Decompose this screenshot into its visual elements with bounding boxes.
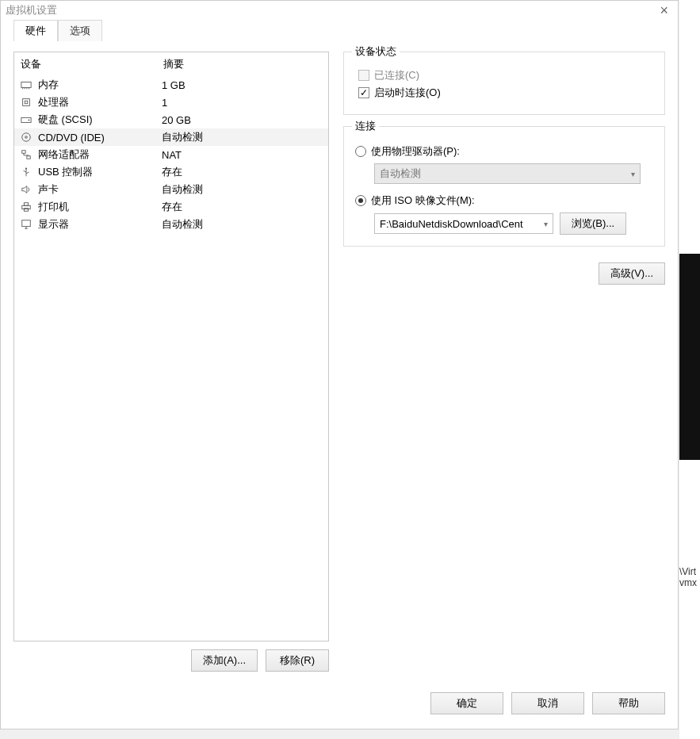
window-title: 虚拟机设置 <box>6 3 57 17</box>
sound-icon <box>19 183 33 196</box>
tabs: 硬件 选项 <box>1 20 678 42</box>
checkbox-connected <box>358 70 369 81</box>
hw-row-disk[interactable]: 硬盘 (SCSI) 20 GB <box>14 111 328 128</box>
background-dark <box>679 254 700 460</box>
background-window: \Virt vmx <box>679 0 700 739</box>
svg-point-9 <box>22 133 31 142</box>
hw-name: 硬盘 (SCSI) <box>38 113 162 127</box>
list-header: 设备 摘要 <box>14 52 328 76</box>
hw-row-network[interactable]: 网络适配器 NAT <box>14 146 328 163</box>
cancel-button[interactable]: 取消 <box>511 692 584 714</box>
radio-physical[interactable] <box>355 146 366 157</box>
hw-summary: NAT <box>162 149 323 161</box>
background-text: \Virt vmx <box>679 566 697 588</box>
left-wrap: 设备 摘要 内存 1 GB 处理器 1 硬盘 <box>13 52 329 684</box>
hw-name: 处理器 <box>38 95 162 109</box>
svg-rect-15 <box>24 203 28 206</box>
hw-row-printer[interactable]: 打印机 存在 <box>14 198 328 216</box>
hw-row-display[interactable]: 显示器 自动检测 <box>14 216 328 233</box>
physical-drive-value: 自动检测 <box>380 167 421 181</box>
right-panel: 设备状态 已连接(C) 启动时连接(O) 连接 使用物理驱动器(P): <box>343 52 665 684</box>
hw-name: 显示器 <box>38 217 162 232</box>
network-icon <box>19 148 33 161</box>
hw-name: 声卡 <box>38 182 162 197</box>
chk-startup-row[interactable]: 启动时连接(O) <box>358 86 653 100</box>
chk-connected-row: 已连接(C) <box>358 68 653 82</box>
ok-button[interactable]: 确定 <box>430 692 503 714</box>
hw-row-memory[interactable]: 内存 1 GB <box>14 76 328 94</box>
svg-rect-17 <box>22 220 31 227</box>
group-connect-title: 连接 <box>352 119 379 133</box>
iso-path-dropdown[interactable]: F:\BaiduNetdiskDownload\Cent ▾ <box>374 213 553 234</box>
svg-rect-5 <box>23 99 30 106</box>
svg-rect-0 <box>21 82 31 88</box>
svg-rect-12 <box>27 156 30 159</box>
vm-settings-dialog: 虚拟机设置 × 硬件 选项 设备 摘要 内存 1 GB <box>0 0 679 729</box>
hw-summary: 存在 <box>162 200 323 214</box>
titlebar: 虚拟机设置 × <box>1 1 678 20</box>
close-icon[interactable]: × <box>655 3 673 17</box>
chevron-down-icon: ▾ <box>631 170 635 178</box>
hw-name: 网络适配器 <box>38 147 162 162</box>
hardware-list: 设备 摘要 内存 1 GB 处理器 1 硬盘 <box>13 52 329 641</box>
list-buttons: 添加(A)... 移除(R) <box>13 641 329 672</box>
hw-row-cpu[interactable]: 处理器 1 <box>14 94 328 111</box>
usb-icon <box>19 166 33 178</box>
group-connect: 连接 使用物理驱动器(P): 自动检测 ▾ 使用 ISO 映像文件(M): <box>343 126 665 247</box>
memory-icon <box>19 78 33 91</box>
display-icon <box>19 218 33 231</box>
radio-iso-row[interactable]: 使用 ISO 映像文件(M): <box>355 193 653 208</box>
browse-button[interactable]: 浏览(B)... <box>560 213 626 235</box>
advanced-row: 高级(V)... <box>343 262 665 285</box>
tab-options[interactable]: 选项 <box>58 20 102 41</box>
hw-summary: 自动检测 <box>162 182 323 197</box>
hw-summary: 自动检测 <box>162 217 323 232</box>
hw-name: CD/DVD (IDE) <box>38 132 162 144</box>
hw-summary: 20 GB <box>162 114 323 126</box>
remove-button[interactable]: 移除(R) <box>266 649 329 672</box>
help-button[interactable]: 帮助 <box>592 692 665 714</box>
col-summary: 摘要 <box>163 57 322 71</box>
advanced-button[interactable]: 高级(V)... <box>599 262 665 285</box>
radio-iso-label: 使用 ISO 映像文件(M): <box>371 193 475 208</box>
group-status-title: 设备状态 <box>352 44 400 59</box>
col-device: 设备 <box>21 57 163 71</box>
chk-startup-label: 启动时连接(O) <box>374 86 441 100</box>
physical-drive-dropdown: 自动检测 ▾ <box>374 163 641 184</box>
hw-row-usb[interactable]: USB 控制器 存在 <box>14 163 328 181</box>
disk-icon <box>19 113 33 126</box>
radio-physical-label: 使用物理驱动器(P): <box>371 144 460 159</box>
chevron-down-icon: ▾ <box>544 220 548 228</box>
hw-row-sound[interactable]: 声卡 自动检测 <box>14 181 328 198</box>
tab-hardware[interactable]: 硬件 <box>13 20 58 41</box>
svg-rect-11 <box>22 151 25 154</box>
svg-point-13 <box>25 168 27 170</box>
hw-row-cdrom[interactable]: CD/DVD (IDE) 自动检测 <box>14 128 328 146</box>
hw-name: USB 控制器 <box>38 165 162 179</box>
iso-path-value: F:\BaiduNetdiskDownload\Cent <box>380 218 523 230</box>
hw-summary: 1 GB <box>162 79 323 91</box>
hw-summary: 1 <box>162 97 323 109</box>
hw-summary: 存在 <box>162 165 323 179</box>
content: 设备 摘要 内存 1 GB 处理器 1 硬盘 <box>1 42 678 729</box>
printer-icon <box>19 201 33 213</box>
svg-point-10 <box>25 136 28 139</box>
hw-summary: 自动检测 <box>162 130 323 144</box>
hw-name: 打印机 <box>38 200 162 214</box>
chk-connected-label: 已连接(C) <box>374 68 419 82</box>
checkbox-connect-on-start[interactable] <box>358 87 369 98</box>
cdrom-icon <box>19 131 33 144</box>
cpu-icon <box>19 96 33 109</box>
radio-iso[interactable] <box>355 195 366 206</box>
radio-physical-row[interactable]: 使用物理驱动器(P): <box>355 144 653 159</box>
svg-point-8 <box>29 120 30 121</box>
svg-rect-6 <box>25 101 28 104</box>
group-status: 设备状态 已连接(C) 启动时连接(O) <box>343 52 665 115</box>
hw-name: 内存 <box>38 78 162 92</box>
dialog-buttons: 确定 取消 帮助 <box>13 684 665 719</box>
add-button[interactable]: 添加(A)... <box>191 649 258 672</box>
